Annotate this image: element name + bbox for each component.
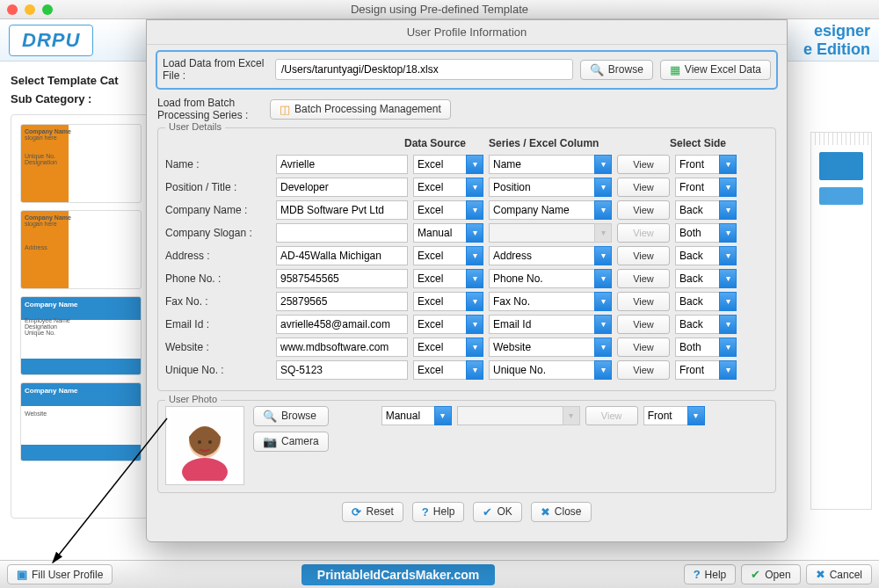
side-select[interactable]: Front ▾ bbox=[675, 178, 737, 197]
detail-row: Email Id : Excel ▾ Email Id ▾ View Back … bbox=[165, 315, 768, 334]
app-footer: ▣ Fill User Profile PrintableIdCardsMake… bbox=[0, 560, 879, 588]
user-profile-dialog: User Profile Information Load Data from … bbox=[146, 19, 788, 542]
data-source-select[interactable]: Excel ▾ bbox=[413, 338, 483, 357]
open-button[interactable]: ✔ Open bbox=[741, 564, 800, 584]
view-button[interactable]: View bbox=[617, 269, 670, 288]
template-card[interactable]: Company Name slogan here Unique No. Desi… bbox=[20, 124, 142, 203]
view-button[interactable]: View bbox=[617, 246, 670, 265]
photo-data-source-select[interactable]: Manual ▾ bbox=[381, 406, 452, 425]
excel-column-select[interactable]: Name ▾ bbox=[489, 155, 612, 174]
excel-column-select[interactable]: Unique No. ▾ bbox=[489, 360, 612, 380]
field-value-input[interactable] bbox=[276, 178, 408, 197]
field-value-input[interactable] bbox=[276, 360, 408, 380]
field-label: Unique No. : bbox=[165, 364, 271, 376]
side-select[interactable]: Back ▾ bbox=[675, 269, 737, 288]
data-source-select[interactable]: Manual ▾ bbox=[413, 223, 483, 243]
side-select[interactable]: Front ▾ bbox=[675, 360, 737, 380]
side-select[interactable]: Both ▾ bbox=[675, 223, 737, 243]
field-label: Email Id : bbox=[165, 318, 271, 330]
reset-button[interactable]: ⟳ Reset bbox=[342, 502, 403, 522]
dialog-footer: ⟳ Reset ? Help ✔ OK ✖ Close bbox=[157, 493, 776, 534]
view-button[interactable]: View bbox=[617, 360, 670, 380]
side-select[interactable]: Both ▾ bbox=[675, 338, 737, 357]
excel-column-select[interactable]: Website ▾ bbox=[489, 338, 612, 357]
field-value-input[interactable] bbox=[276, 315, 408, 334]
chevron-down-icon: ▾ bbox=[594, 292, 612, 311]
field-value-input[interactable] bbox=[276, 246, 408, 265]
detail-row: Position / Title : Excel ▾ Position ▾ Vi… bbox=[165, 178, 768, 197]
dialog-help-button[interactable]: ? Help bbox=[412, 502, 465, 522]
chevron-down-icon: ▾ bbox=[719, 223, 737, 243]
view-button[interactable]: View bbox=[617, 178, 670, 197]
view-button[interactable]: View bbox=[617, 338, 670, 357]
data-source-select[interactable]: Excel ▾ bbox=[413, 246, 483, 265]
data-source-select[interactable]: Excel ▾ bbox=[413, 360, 483, 380]
data-source-select[interactable]: Excel ▾ bbox=[413, 200, 483, 220]
data-source-select[interactable]: Excel ▾ bbox=[413, 292, 483, 311]
side-select[interactable]: Back ▾ bbox=[675, 200, 737, 220]
data-source-select[interactable]: Excel ▾ bbox=[413, 155, 483, 174]
side-select[interactable]: Front ▾ bbox=[675, 155, 737, 174]
view-button[interactable]: View bbox=[617, 292, 670, 311]
template-card[interactable]: Company Name Employee Name Designation U… bbox=[20, 296, 142, 375]
template-list: Company Name slogan here Unique No. Desi… bbox=[11, 114, 151, 519]
excel-column-select[interactable]: Address ▾ bbox=[489, 246, 612, 265]
help-button[interactable]: ? Help bbox=[684, 564, 737, 584]
chevron-down-icon: ▾ bbox=[466, 360, 483, 380]
excel-path-input[interactable] bbox=[275, 59, 573, 80]
chevron-down-icon: ▾ bbox=[466, 292, 483, 311]
detail-row: Fax No. : Excel ▾ Fax No. ▾ View Back ▾ bbox=[165, 292, 768, 311]
side-select[interactable]: Back ▾ bbox=[675, 246, 737, 265]
view-button[interactable]: View bbox=[617, 200, 670, 220]
excel-column-select[interactable]: Position ▾ bbox=[489, 178, 612, 197]
chevron-down-icon: ▾ bbox=[594, 315, 612, 334]
browse-excel-button[interactable]: 🔍 Browse bbox=[580, 60, 653, 80]
data-source-select[interactable]: Excel ▾ bbox=[413, 178, 483, 197]
excel-column-select[interactable]: Phone No. ▾ bbox=[489, 269, 612, 288]
field-label: Fax No. : bbox=[165, 295, 271, 308]
photo-browse-button[interactable]: 🔍 Browse bbox=[253, 406, 329, 426]
photo-side-select[interactable]: Front ▾ bbox=[643, 406, 705, 425]
view-excel-data-button[interactable]: ▦ View Excel Data bbox=[660, 60, 771, 80]
side-select[interactable]: Back ▾ bbox=[675, 315, 737, 334]
ok-button[interactable]: ✔ OK bbox=[473, 502, 521, 522]
cancel-button[interactable]: ✖ Cancel bbox=[806, 564, 872, 584]
side-select[interactable]: Back ▾ bbox=[675, 292, 737, 311]
svg-point-4 bbox=[208, 440, 212, 444]
chevron-down-icon: ▾ bbox=[687, 406, 705, 425]
field-value-input[interactable] bbox=[276, 292, 408, 311]
field-value-input[interactable] bbox=[276, 338, 408, 357]
view-button: View bbox=[617, 223, 670, 243]
field-value-input[interactable] bbox=[276, 155, 408, 174]
search-icon: 🔍 bbox=[590, 63, 604, 76]
dialog-close-button[interactable]: ✖ Close bbox=[531, 502, 592, 522]
excel-column-select[interactable]: Email Id ▾ bbox=[489, 315, 612, 334]
chevron-down-icon: ▾ bbox=[466, 155, 483, 174]
field-label: Position / Title : bbox=[165, 181, 271, 193]
template-card[interactable]: Company Name Website Address bbox=[20, 382, 142, 461]
field-label: Phone No. : bbox=[165, 272, 271, 285]
window-title: Design using Pre-defined Template bbox=[0, 3, 879, 16]
template-card[interactable]: Company Name slogan here Address bbox=[20, 210, 142, 289]
detail-row: Website : Excel ▾ Website ▾ View Both ▾ bbox=[165, 338, 768, 357]
data-source-select[interactable]: Excel ▾ bbox=[413, 269, 483, 288]
data-source-select[interactable]: Excel ▾ bbox=[413, 315, 483, 334]
chevron-down-icon: ▾ bbox=[594, 200, 612, 220]
chevron-down-icon: ▾ bbox=[466, 223, 483, 243]
refresh-icon: ⟳ bbox=[352, 505, 361, 519]
field-value-input[interactable] bbox=[276, 200, 408, 220]
watermark: PrintableIdCardsMaker.com bbox=[301, 564, 495, 585]
search-icon: 🔍 bbox=[263, 410, 277, 423]
excel-column-select[interactable]: Fax No. ▾ bbox=[489, 292, 612, 311]
batch-processing-button[interactable]: ◫ Batch Processing Management bbox=[270, 99, 451, 120]
view-button[interactable]: View bbox=[617, 315, 670, 334]
chevron-down-icon: ▾ bbox=[719, 246, 737, 265]
field-value-input[interactable] bbox=[276, 223, 408, 243]
detail-row: Unique No. : Excel ▾ Unique No. ▾ View F… bbox=[165, 360, 768, 380]
photo-camera-button[interactable]: 📷 Camera bbox=[253, 432, 329, 452]
view-button[interactable]: View bbox=[617, 155, 670, 174]
field-label: Address : bbox=[165, 250, 271, 262]
excel-column-select[interactable]: Company Name ▾ bbox=[489, 200, 612, 220]
fill-user-profile-button[interactable]: ▣ Fill User Profile bbox=[7, 564, 113, 584]
field-value-input[interactable] bbox=[276, 269, 408, 288]
